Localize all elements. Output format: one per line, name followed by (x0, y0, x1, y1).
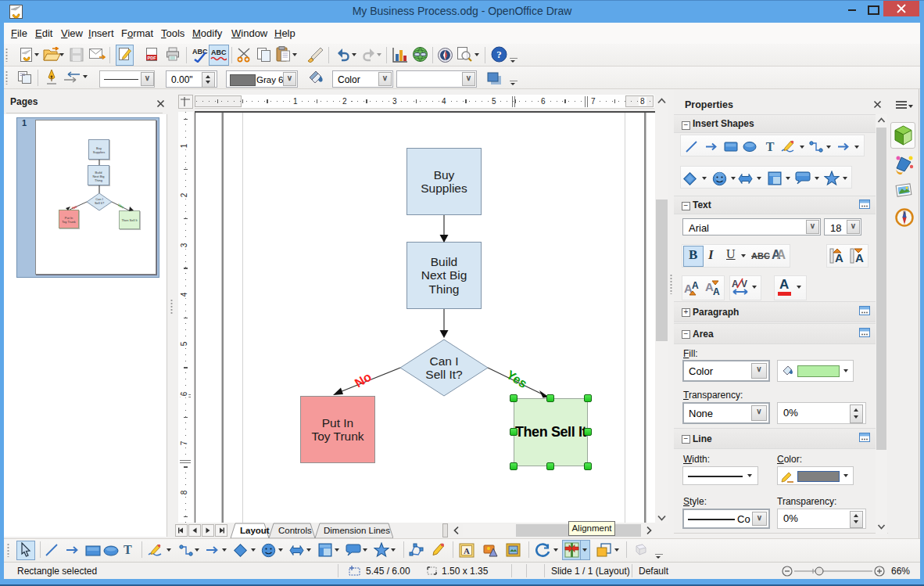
svg-text:PDF: PDF (148, 56, 157, 60)
svg-text:A: A (713, 286, 720, 297)
svg-text:A: A (835, 251, 843, 264)
svg-text:ABC: ABC (211, 49, 227, 56)
svg-text:?: ? (496, 49, 502, 60)
svg-text:A: A (692, 280, 699, 291)
svg-text:Layout: Layout (240, 526, 270, 535)
svg-text:N: N (903, 210, 906, 215)
svg-text:No: No (71, 204, 78, 210)
svg-text:A: A (855, 251, 864, 264)
svg-text:Dimension Lines: Dimension Lines (324, 526, 390, 535)
svg-text:A: A (464, 546, 470, 555)
svg-text:ABC: ABC (192, 48, 208, 56)
svg-text:Sell It?: Sell It? (95, 201, 105, 205)
svg-text:Yes: Yes (117, 203, 125, 210)
svg-text:Controls: Controls (278, 526, 312, 535)
svg-text:T: T (766, 140, 775, 153)
